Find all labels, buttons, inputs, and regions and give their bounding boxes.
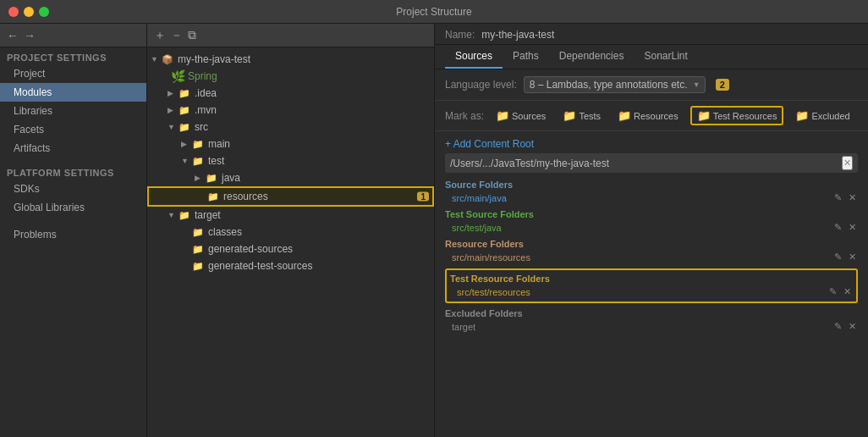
mark-tests-button[interactable]: 📁 Tests — [558, 108, 606, 124]
gensrc-label: generated-sources — [208, 243, 293, 255]
name-label: Name: — [445, 29, 475, 41]
remove-test-resource-folder-button[interactable]: ✕ — [842, 286, 853, 297]
tree-item-classes[interactable]: 📁 classes — [147, 224, 434, 241]
src-arrow: ▼ — [168, 123, 178, 131]
close-button[interactable] — [8, 7, 19, 17]
tree-item-idea[interactable]: ▶ 📁 .idea — [147, 85, 434, 102]
edit-test-source-folder-button[interactable]: ✎ — [832, 222, 843, 233]
java-label: java — [222, 172, 240, 184]
language-select[interactable]: 8 – Lambdas, type annotations etc. — [524, 76, 706, 93]
sources-folder-icon: 📁 — [496, 109, 509, 122]
tab-dependencies[interactable]: Dependencies — [549, 45, 635, 69]
excluded-folder-icon: 📁 — [795, 109, 809, 122]
module-root-item[interactable]: ▼ 📦 my-the-java-test — [147, 51, 434, 68]
excluded-folders-title: Excluded Folders — [445, 308, 858, 318]
java-folder-icon: 📁 — [205, 171, 218, 185]
tree-item-src[interactable]: ▼ 📁 src — [147, 119, 434, 136]
sidebar-item-global-libraries[interactable]: Global Libraries — [0, 198, 146, 217]
language-row: Language level: 8 – Lambdas, type annota… — [435, 69, 868, 101]
sidebar-item-project[interactable]: Project — [0, 64, 146, 83]
remove-content-root-button[interactable]: ✕ — [842, 156, 853, 170]
badge-2: 2 — [716, 79, 729, 91]
test-source-folders-path: src/test/java — [452, 223, 502, 233]
mvn-arrow: ▶ — [168, 106, 178, 114]
tree-item-test[interactable]: ▼ 📁 test — [147, 152, 434, 169]
idea-arrow: ▶ — [168, 89, 178, 97]
mark-excluded-button[interactable]: 📁 Excluded — [790, 108, 854, 124]
maximize-button[interactable] — [39, 7, 49, 17]
module-panel: ＋ － ⧉ ▼ 📦 my-the-java-test 🌿 Spring ▶ 📁 … — [147, 24, 435, 437]
sidebar-item-modules[interactable]: Modules — [0, 83, 146, 102]
remove-module-button[interactable]: － — [171, 28, 183, 43]
main-folder-icon: 📁 — [191, 137, 205, 151]
main-label: main — [208, 138, 230, 150]
src-folder-icon: 📁 — [178, 120, 191, 134]
mark-as-label: Mark as: — [445, 110, 484, 122]
test-resource-folders-title: Test Resource Folders — [450, 274, 853, 284]
edit-excluded-folder-button[interactable]: ✎ — [832, 321, 843, 332]
mark-tests-label: Tests — [579, 111, 601, 121]
tree-item-generated-test-sources[interactable]: 📁 generated-test-sources — [147, 257, 434, 274]
test-resource-folders-actions: ✎ ✕ — [827, 286, 853, 297]
remove-source-folder-button[interactable]: ✕ — [847, 192, 858, 203]
name-value: my-the-java-test — [481, 29, 554, 41]
mark-resources-button[interactable]: 📁 Resources — [613, 108, 684, 124]
content-root-section: + Add Content Root /Users/.../JavaTest/m… — [435, 131, 868, 437]
remove-excluded-folder-button[interactable]: ✕ — [847, 321, 858, 332]
test-label: test — [208, 155, 224, 167]
sidebar-item-libraries[interactable]: Libraries — [0, 102, 146, 120]
spring-item[interactable]: 🌿 Spring — [147, 68, 434, 85]
idea-label: .idea — [195, 87, 217, 99]
source-folders-title: Source Folders — [445, 180, 858, 190]
tabs-row: Sources Paths Dependencies SonarLint — [435, 45, 868, 69]
source-folders-section: Source Folders src/main/java ✎ ✕ — [445, 180, 858, 204]
sidebar-item-artifacts[interactable]: Artifacts — [0, 139, 146, 158]
test-arrow: ▼ — [181, 157, 191, 165]
tree-item-main[interactable]: ▶ 📁 main — [147, 136, 434, 152]
resource-folders-path-row: src/main/resources ✎ ✕ — [445, 251, 858, 263]
copy-module-button[interactable]: ⧉ — [188, 28, 196, 42]
language-select-wrap[interactable]: 8 – Lambdas, type annotations etc. — [524, 76, 706, 93]
sidebar-item-facets[interactable]: Facets — [0, 120, 146, 139]
sidebar-item-problems[interactable]: Problems — [0, 225, 146, 244]
mvn-label: .mvn — [195, 104, 217, 116]
tree-item-target[interactable]: ▼ 📁 target — [147, 207, 434, 224]
mark-sources-label: Sources — [512, 111, 546, 121]
src-label: src — [195, 121, 208, 133]
resources-folder-icon: 📁 — [206, 190, 220, 203]
tab-sonarlint[interactable]: SonarLint — [634, 45, 697, 69]
sidebar-item-sdks[interactable]: SDKs — [0, 180, 146, 198]
edit-resource-folder-button[interactable]: ✎ — [832, 252, 843, 263]
remove-test-source-folder-button[interactable]: ✕ — [847, 222, 858, 233]
tests-folder-icon: 📁 — [563, 109, 576, 122]
test-source-folders-section: Test Source Folders src/test/java ✎ ✕ — [445, 209, 858, 234]
mark-testres-button[interactable]: 📁 Test Resources — [690, 106, 784, 125]
minimize-button[interactable] — [24, 7, 34, 17]
badge-1: 1 — [417, 192, 429, 202]
mvn-folder-icon: 📁 — [178, 103, 191, 117]
remove-resource-folder-button[interactable]: ✕ — [847, 252, 858, 263]
tree-item-resources[interactable]: 📁 resources 1 — [147, 186, 434, 207]
add-module-button[interactable]: ＋ — [154, 28, 166, 43]
resources-label: resources — [223, 191, 268, 202]
tree-item-generated-sources[interactable]: 📁 generated-sources — [147, 241, 434, 257]
test-source-folders-actions: ✎ ✕ — [832, 222, 858, 233]
content-root-path-bar: /Users/.../JavaTest/my-the-java-test ✕ — [445, 153, 858, 173]
edit-source-folder-button[interactable]: ✎ — [832, 192, 843, 203]
edit-test-resource-folder-button[interactable]: ✎ — [827, 286, 838, 297]
classes-folder-icon: 📁 — [191, 225, 205, 239]
tab-paths[interactable]: Paths — [503, 45, 549, 69]
traffic-lights[interactable] — [8, 7, 49, 17]
gentestsrc-label: generated-test-sources — [208, 260, 312, 272]
excluded-folders-actions: ✎ ✕ — [832, 321, 858, 332]
tree-item-java[interactable]: ▶ 📁 java — [147, 169, 434, 186]
back-button[interactable]: ← — [7, 29, 19, 42]
forward-button[interactable]: → — [24, 29, 36, 42]
mark-sources-button[interactable]: 📁 Sources — [491, 108, 551, 124]
excluded-folders-path: target — [452, 322, 475, 332]
add-content-root[interactable]: + Add Content Root — [445, 138, 858, 150]
resources-mark-icon: 📁 — [618, 109, 631, 122]
tab-sources[interactable]: Sources — [445, 45, 503, 69]
mark-excluded-label: Excluded — [811, 111, 849, 121]
tree-item-mvn[interactable]: ▶ 📁 .mvn — [147, 102, 434, 119]
